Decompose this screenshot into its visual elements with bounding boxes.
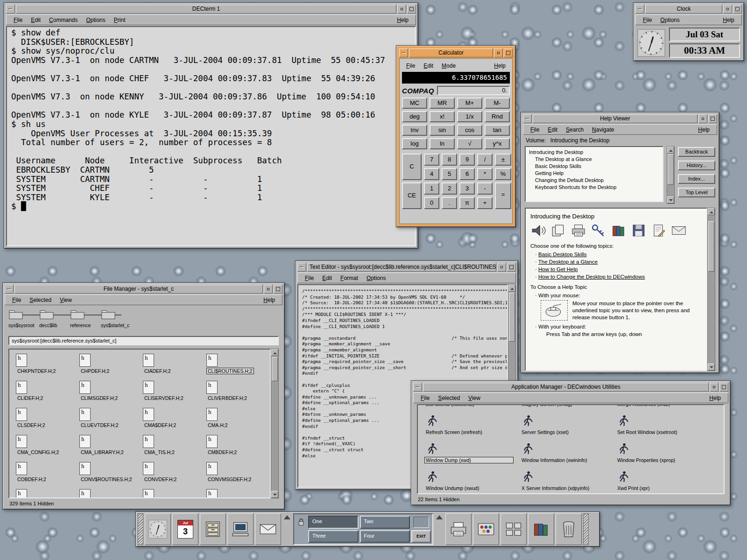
equals-button[interactable]: = xyxy=(495,182,511,209)
app-item-xwd-selected[interactable]: Window Dump (xwd) xyxy=(423,441,514,464)
menu-help[interactable]: Help xyxy=(259,296,279,304)
app-item-xprop[interactable]: Window Properties (xprop) xyxy=(615,441,706,464)
file-item[interactable]: hCMBDEF.H;2 xyxy=(205,434,269,458)
menu-options[interactable]: Options xyxy=(82,16,109,24)
inverse-button[interactable]: Inv xyxy=(402,125,427,136)
app-item-partial[interactable]: List Clients (xlsclients) xyxy=(423,404,514,408)
menu-options[interactable]: Options xyxy=(362,274,390,282)
sin-button[interactable]: sin xyxy=(430,125,455,136)
file-item[interactable]: hCMA$DEF.H;2 xyxy=(142,407,205,431)
file-item[interactable]: h xyxy=(142,489,205,498)
help-link-desktop-glance[interactable]: The Desktop at a Glance xyxy=(535,259,702,265)
window-menu-button[interactable] xyxy=(635,5,644,14)
scrollbar-thumb[interactable] xyxy=(668,154,674,185)
file-item[interactable]: hCLIDEF.H;2 xyxy=(15,380,78,404)
help-link-get-help[interactable]: How to Get Help xyxy=(535,266,702,272)
file-item[interactable]: hCMA_TIS.H;2 xyxy=(142,434,205,458)
file-item[interactable]: h xyxy=(205,489,269,498)
workspace-one-button[interactable]: One xyxy=(308,516,359,529)
memory-clear-button[interactable]: MC xyxy=(402,98,427,109)
decterm-titlebar[interactable]: DECterm 1 xyxy=(6,5,416,14)
plus-minus-button[interactable]: ± xyxy=(495,154,511,166)
panel-calendar[interactable]: Jul 3 xyxy=(172,513,198,545)
minimize-button[interactable] xyxy=(264,285,273,294)
topic-list[interactable]: Introducing the Desktop The Desktop at a… xyxy=(525,146,663,202)
pi-button[interactable]: π xyxy=(459,197,475,209)
panel-application-manager[interactable] xyxy=(500,513,527,545)
panel-trash[interactable] xyxy=(556,513,582,545)
app-item-xdpyinfo[interactable]: X Server Information (xdpyinfo) xyxy=(519,469,610,492)
file-item[interactable]: hCLSDEF.H;2 xyxy=(15,407,78,431)
digit-0-button[interactable]: 0 xyxy=(424,197,439,209)
scrollbar-thumb[interactable] xyxy=(272,357,278,381)
digit-4-button[interactable]: 4 xyxy=(424,168,439,180)
panel-handle[interactable] xyxy=(583,513,589,545)
digit-6-button[interactable]: 6 xyxy=(459,168,475,180)
multiply-button[interactable]: * xyxy=(477,168,493,180)
digit-7-button[interactable]: 7 xyxy=(424,154,439,166)
window-menu-button[interactable] xyxy=(399,49,408,57)
topic-list-scrollbar[interactable] xyxy=(667,146,675,204)
scroll-down-arrow[interactable] xyxy=(708,364,715,371)
top-level-button[interactable]: Top Level xyxy=(678,188,715,197)
menu-selected[interactable]: Selected xyxy=(434,394,464,402)
digit-3-button[interactable]: 3 xyxy=(459,182,475,195)
menu-search[interactable]: Search xyxy=(562,126,588,134)
panel-printer[interactable] xyxy=(445,513,472,545)
menu-help[interactable]: Help xyxy=(719,16,739,24)
minimize-button[interactable] xyxy=(710,383,719,392)
minimize-button[interactable] xyxy=(698,114,707,123)
clock-titlebar[interactable]: Clock xyxy=(635,5,742,14)
digit-8-button[interactable]: 8 xyxy=(442,154,457,166)
app-item-xpr[interactable]: Xwd Print (xpr) xyxy=(615,469,706,492)
menu-file[interactable]: File xyxy=(402,62,419,70)
file-list-scrollbar[interactable] xyxy=(271,349,279,498)
file-item[interactable]: hCMA_CONFIG.H;2 xyxy=(15,434,78,458)
workspace-two-button[interactable]: Two xyxy=(360,516,410,529)
file-item[interactable]: h xyxy=(15,489,78,498)
digit-9-button[interactable]: 9 xyxy=(459,154,475,166)
tan-button[interactable]: tan xyxy=(485,125,510,136)
file-item[interactable]: hCLIVERBDEF.H;2 xyxy=(205,380,269,404)
maximize-button[interactable] xyxy=(407,5,416,14)
scroll-up-arrow[interactable] xyxy=(708,208,715,215)
file-item[interactable]: h xyxy=(78,489,142,498)
scroll-down-arrow[interactable] xyxy=(667,196,674,203)
file-item[interactable]: hCLISERVDEF.H;2 xyxy=(142,380,205,404)
file-item[interactable]: hCOBDEF.H;2 xyxy=(15,462,78,485)
app-item-xrefresh[interactable]: Refresh Screen (xrefresh) xyxy=(423,413,514,436)
add-button[interactable]: + xyxy=(477,197,493,209)
scroll-up-arrow[interactable] xyxy=(271,349,278,356)
workspace-four-button[interactable]: Four xyxy=(360,530,410,543)
file-manager-titlebar[interactable]: File Manager - sys$starlet_c xyxy=(5,285,282,294)
file-item[interactable]: hCLIMSGDEF.H;2 xyxy=(78,380,142,404)
minimize-button[interactable] xyxy=(494,49,503,57)
menu-edit[interactable]: Edit xyxy=(543,126,562,134)
cos-button[interactable]: cos xyxy=(457,125,482,136)
help-link-basic-skills[interactable]: Basic Desktop Skills xyxy=(535,252,702,257)
maximize-button[interactable] xyxy=(507,263,516,272)
menu-options[interactable]: Options xyxy=(656,16,684,24)
topic-item[interactable]: Keyboard Shortcuts for the Desktop xyxy=(526,183,662,190)
digit-2-button[interactable]: 2 xyxy=(442,182,457,195)
menu-file[interactable]: File xyxy=(9,16,27,24)
app-item-xsetroot[interactable]: Set Root Window (xsetroot) xyxy=(615,413,706,436)
panel-file-manager[interactable] xyxy=(200,513,226,545)
scrollbar-thumb[interactable] xyxy=(509,293,515,342)
menu-view[interactable]: View xyxy=(464,394,485,402)
file-item[interactable]: hCHKPNTDEF.H;2 xyxy=(15,353,78,377)
clear-button[interactable]: C xyxy=(402,154,422,180)
scroll-up-arrow[interactable] xyxy=(667,147,674,154)
maximize-button[interactable] xyxy=(504,49,513,57)
power-button[interactable]: y^x xyxy=(485,138,510,149)
round-button[interactable]: Rnd xyxy=(485,111,510,122)
file-item[interactable]: hCHPDEF.H;2 xyxy=(78,353,142,377)
application-manager-titlebar[interactable]: Application Manager - DECwindows Utiliti… xyxy=(413,383,728,392)
file-item[interactable]: hCMA_LIBRARY.H;2 xyxy=(78,434,142,458)
text-editor-titlebar[interactable]: Text Editor - sys$sysroot:[decc$lib.refe… xyxy=(297,263,516,272)
panel-style-manager[interactable] xyxy=(473,513,499,545)
backtrack-button[interactable]: Backtrack xyxy=(678,147,715,157)
panel-handle[interactable] xyxy=(138,513,143,545)
file-item[interactable]: hCONV$ROUTINES.H;2 xyxy=(78,462,142,485)
window-menu-button[interactable] xyxy=(413,383,422,392)
